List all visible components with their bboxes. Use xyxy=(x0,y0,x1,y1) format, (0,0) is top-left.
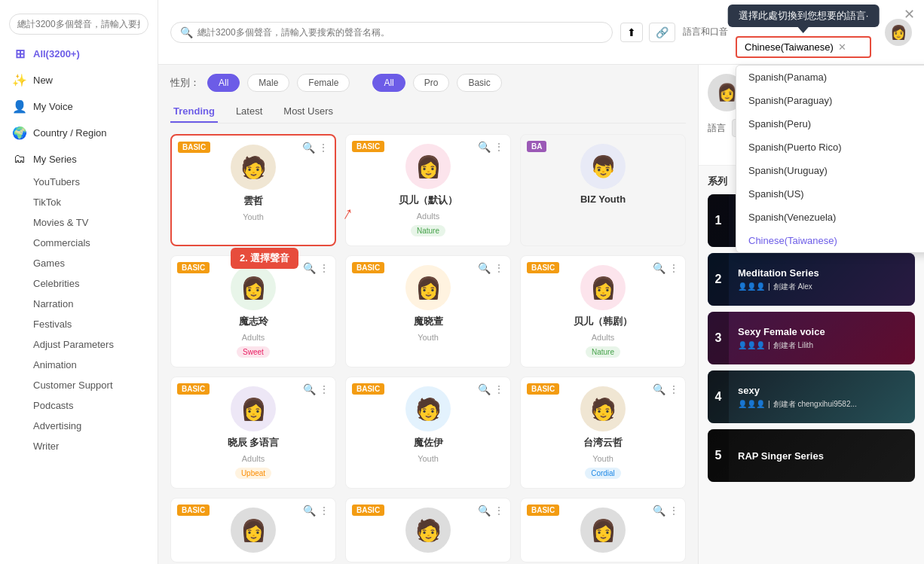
card-badge: BASIC xyxy=(527,383,559,395)
search-card-icon[interactable]: 🔍 xyxy=(303,262,316,274)
series-title-rap: RAP Singer Series xyxy=(738,450,906,462)
more-card-icon[interactable]: ⋮ xyxy=(319,505,329,517)
series-card-sexy-female[interactable]: 3 Sexy Female voice 👤👤👤 | 創建者 Lilith xyxy=(708,312,915,364)
sidebar-item-label: My Voice xyxy=(33,101,73,112)
sidebar-item-festivals[interactable]: Festivals xyxy=(0,314,158,334)
series-card-rap[interactable]: 5 RAP Singer Series xyxy=(708,429,915,482)
sidebar-item-new[interactable]: ✨ New xyxy=(0,67,158,93)
voice-card-xiaochen[interactable]: BASIC 🔍 ⋮ 👩 晓辰 多语言 Adults Upbeat xyxy=(170,377,336,489)
voice-card-beier-korean[interactable]: BASIC 🔍 ⋮ 👩 贝儿（韩剧） Adults Nature xyxy=(520,255,686,367)
series-dot: | xyxy=(768,282,770,291)
link-button[interactable]: 🔗 xyxy=(649,23,675,42)
more-card-icon[interactable]: ⋮ xyxy=(669,383,679,395)
lang-option-1[interactable]: Spanish(Panama) xyxy=(736,66,924,89)
sidebar-item-youtubers[interactable]: YouTubers xyxy=(0,172,158,192)
more-card-icon[interactable]: ⋮ xyxy=(494,383,504,395)
search-card-icon[interactable]: 🔍 xyxy=(653,262,665,274)
search-card-icon[interactable]: 🔍 xyxy=(303,383,316,395)
sidebar-search-input[interactable] xyxy=(9,14,148,35)
lang-clear-button[interactable]: ✕ xyxy=(838,41,862,53)
series-title-sexy-female: Sexy Female voice xyxy=(738,326,906,337)
voice-card-r4-3[interactable]: BASIC 🔍 ⋮ 👩 xyxy=(520,498,686,562)
more-card-icon[interactable]: ⋮ xyxy=(494,505,504,517)
card-badge: BASIC xyxy=(352,141,384,152)
search-card-icon[interactable]: 🔍 xyxy=(653,505,665,517)
search-card-icon[interactable]: 🔍 xyxy=(478,141,491,153)
close-button[interactable]: ✕ xyxy=(904,6,915,23)
sidebar-item-celebrities[interactable]: Celebrities xyxy=(0,273,158,294)
sidebar-item-myseries[interactable]: 🗂 My Series xyxy=(0,146,158,172)
series-content-meditation: Meditation Series 👤👤👤 | 創建者 Alex xyxy=(729,261,915,298)
search-card-icon[interactable]: 🔍 xyxy=(478,505,491,517)
search-card-icon[interactable]: 🔍 xyxy=(653,383,665,395)
voice-card-beier-default[interactable]: BASIC 🔍 ⋮ 👩 贝儿（默认） Adults Nature xyxy=(345,134,511,246)
sidebar-item-myvoice[interactable]: 👤 My Voice xyxy=(0,93,158,120)
voice-card-r4-1[interactable]: BASIC 🔍 ⋮ 👩 xyxy=(170,498,336,562)
voice-avatar-beier-korean: 👩 xyxy=(580,265,626,310)
sidebar-item-podcasts[interactable]: Podcasts xyxy=(0,395,158,416)
more-card-icon[interactable]: ⋮ xyxy=(494,141,504,153)
sidebar-item-tiktok[interactable]: TikTok xyxy=(0,192,158,212)
type-all-button[interactable]: All xyxy=(372,74,405,92)
voice-card-yunzhe[interactable]: BASIC 🔍 ⋮ 🧑 雲哲 Youth xyxy=(170,134,336,246)
sidebar-item-movies[interactable]: Movies & TV xyxy=(0,212,158,233)
more-card-icon[interactable]: ⋮ xyxy=(669,262,679,274)
voice-tag-beier-korean: Adults xyxy=(592,333,615,342)
search-card-icon[interactable]: 🔍 xyxy=(478,262,491,274)
voice-tag-mozhiling: Adults xyxy=(242,333,265,342)
series-card-sexy[interactable]: 4 sexy 👤👤👤 | 創建者 chengxihui9582... xyxy=(708,370,915,423)
type-basic-button[interactable]: Basic xyxy=(457,74,501,92)
voice-card-biz[interactable]: BA 👦 BIZ Youth xyxy=(520,134,686,246)
lang-option-5[interactable]: Spanish(Uruguay) xyxy=(736,159,924,182)
gender-all-button[interactable]: All xyxy=(207,74,240,92)
lang-input-field[interactable]: Chinese(Taiwanese) ✕ xyxy=(736,36,871,58)
search-card-icon[interactable]: 🔍 xyxy=(302,142,315,154)
more-card-icon[interactable]: ⋮ xyxy=(319,383,329,395)
voice-card-mozhiling[interactable]: BASIC 🔍 ⋮ 👩 魔志玲 Adults Sweet xyxy=(170,255,336,367)
tab-trending[interactable]: Trending xyxy=(170,101,218,123)
sidebar-item-writer[interactable]: Writer xyxy=(0,436,158,456)
language-selector[interactable]: 選擇此處切換到您想要的語言· Chinese(Taiwanese) ✕ Span… xyxy=(736,36,871,58)
sidebar-item-support[interactable]: Customer Support xyxy=(0,375,158,395)
header-search-input[interactable] xyxy=(197,27,603,38)
gender-female-button[interactable]: Female xyxy=(297,74,350,92)
search-card-icon[interactable]: 🔍 xyxy=(478,383,491,395)
upload-button[interactable]: ⬆ xyxy=(620,23,643,42)
lang-option-4[interactable]: Spanish(Puerto Rico) xyxy=(736,136,924,159)
lang-option-7[interactable]: Spanish(Venezuela) xyxy=(736,206,924,229)
more-card-icon[interactable]: ⋮ xyxy=(494,262,504,274)
lang-option-2[interactable]: Spanish(Paraguay) xyxy=(736,89,924,112)
gender-male-button[interactable]: Male xyxy=(247,74,289,92)
voice-card-moxiaoxuan[interactable]: BASIC 🔍 ⋮ 👩 魔晓萱 Youth xyxy=(345,255,511,367)
lang-option-3[interactable]: Spanish(Peru) xyxy=(736,112,924,136)
series-avatars-sexy-female: 👤👤👤 xyxy=(738,341,765,349)
more-card-icon[interactable]: ⋮ xyxy=(669,505,679,517)
sidebar-item-country[interactable]: 🌍 Country / Region xyxy=(0,120,158,146)
type-pro-button[interactable]: Pro xyxy=(413,74,450,92)
sidebar-search-area xyxy=(0,8,158,41)
sidebar-item-advertising[interactable]: Advertising xyxy=(0,416,158,436)
series-card-meditation[interactable]: 2 Meditation Series 👤👤👤 | 創建者 Alex xyxy=(708,253,915,306)
voice-card-taiwan-yunzhe[interactable]: BASIC 🔍 ⋮ 🧑 台湾云哲 Youth Cordial xyxy=(520,377,686,489)
lang-option-6[interactable]: Spanish(US) xyxy=(736,182,924,206)
upbeat-tag-xiaochen: Upbeat xyxy=(235,468,271,479)
search-card-icon[interactable]: 🔍 xyxy=(303,505,316,517)
voice-grid-row1: BASIC 🔍 ⋮ 🧑 雲哲 Youth BASIC 🔍 xyxy=(170,134,686,246)
voice-grid-row2: BASIC 🔍 ⋮ 👩 魔志玲 Adults Sweet BASIC 🔍 ⋮ xyxy=(170,255,686,367)
sidebar-item-commercials[interactable]: Commercials xyxy=(0,233,158,253)
tab-latest[interactable]: Latest xyxy=(233,101,265,123)
voice-card-r4-2[interactable]: BASIC 🔍 ⋮ 🧑 xyxy=(345,498,511,562)
tab-mostusers[interactable]: Most Users xyxy=(280,101,336,123)
sidebar-item-narration[interactable]: Narration xyxy=(0,294,158,314)
more-card-icon[interactable]: ⋮ xyxy=(319,262,329,274)
sidebar-item-games[interactable]: Games xyxy=(0,253,158,273)
more-card-icon[interactable]: ⋮ xyxy=(318,142,329,154)
nature-tag-beier-korean: Nature xyxy=(586,346,620,358)
voice-card-mozuoyi[interactable]: BASIC 🔍 ⋮ 🧑 魔佐伊 Youth xyxy=(345,377,511,489)
sidebar-item-adjust[interactable]: Adjust Parameters xyxy=(0,334,158,355)
header-search-bar: 🔍 xyxy=(170,22,613,43)
sidebar-item-all[interactable]: ⊞ All(3200+) xyxy=(0,41,158,67)
voice-tag-xiaochen: Adults xyxy=(242,454,265,463)
lang-option-8[interactable]: Chinese(Taiwanese) xyxy=(736,229,924,252)
sidebar-item-animation[interactable]: Animation xyxy=(0,355,158,375)
